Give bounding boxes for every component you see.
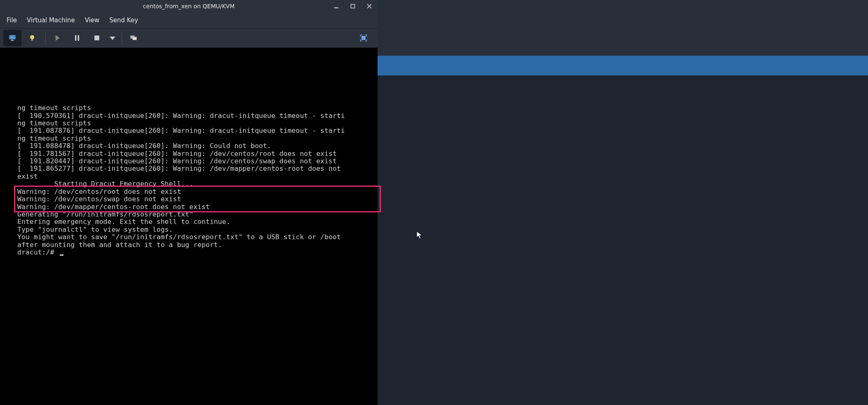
run-button[interactable]	[48, 30, 66, 46]
close-icon	[367, 4, 372, 9]
console-view-button[interactable]	[3, 30, 21, 46]
console-line: [ 191.820447] dracut-initqueue[260]: War…	[17, 158, 378, 165]
svg-rect-16	[361, 36, 366, 40]
console-line: [ 191.865277] dracut-initqueue[260]: War…	[17, 165, 378, 172]
console-line: Warning: /dev/mapper/centos-root does no…	[17, 203, 378, 211]
close-button[interactable]	[361, 0, 378, 12]
svg-rect-11	[78, 35, 79, 40]
shutdown-button[interactable]	[88, 30, 106, 46]
play-icon	[53, 34, 61, 42]
minimize-button[interactable]	[328, 0, 345, 12]
svg-rect-4	[9, 35, 16, 39]
svg-rect-1	[351, 5, 355, 8]
window-controls	[328, 0, 378, 12]
console-line: Warning: /dev/centos/swap does not exist	[17, 195, 378, 203]
console-line: Starting Dracut Emergency Shell...	[17, 180, 378, 188]
svg-rect-10	[75, 35, 76, 40]
pause-button[interactable]	[68, 30, 86, 46]
console-line: Generating "/run/initramfs/rdsosreport.t…	[17, 211, 378, 218]
maximize-icon	[350, 4, 355, 9]
mouse-pointer-icon	[416, 231, 423, 240]
toolbar-separator	[45, 31, 46, 45]
pause-icon	[73, 34, 81, 42]
toolbar-separator	[122, 31, 122, 45]
menu-view[interactable]: View	[81, 14, 104, 26]
console-line: exist	[17, 173, 378, 180]
svg-rect-12	[94, 35, 99, 40]
console-prompt[interactable]: dracut:/#	[17, 249, 378, 256]
menu-file[interactable]: File	[2, 14, 21, 26]
svg-rect-0	[334, 7, 338, 8]
console-line: [ 191.088478] dracut-initqueue[260]: War…	[17, 142, 378, 150]
svg-marker-13	[110, 37, 115, 40]
console-line: [ 191.087876] dracut-initqueue[260]: War…	[17, 127, 378, 134]
svg-rect-15	[133, 37, 137, 40]
console-line: ng timeout scripts	[17, 135, 378, 142]
minimize-icon	[334, 4, 339, 9]
details-view-button[interactable]	[23, 30, 41, 46]
toolbar	[0, 28, 378, 48]
console-line: You might want to save "/run/initramfs/r…	[17, 233, 378, 241]
stop-icon	[93, 34, 101, 42]
console-line: ng timeout scripts	[17, 104, 378, 112]
menu-send-key[interactable]: Send Key	[105, 14, 142, 26]
screens-icon	[129, 34, 138, 42]
window-title: centos_from_xen on QEMU/KVM	[143, 3, 235, 9]
text-cursor	[60, 254, 63, 256]
console-line: Warning: /dev/centos/root does not exist	[17, 188, 378, 195]
shutdown-menu-button[interactable]	[108, 30, 117, 46]
console-line: ng timeout scripts	[17, 120, 378, 127]
background-selection-bar	[377, 56, 868, 75]
svg-marker-9	[56, 35, 60, 40]
vm-window: centos_from_xen on QEMU/KVM File Virtual…	[0, 0, 378, 405]
chevron-down-icon	[108, 34, 117, 42]
monitor-icon	[8, 34, 16, 42]
fullscreen-button[interactable]	[354, 30, 373, 46]
maximize-button[interactable]	[345, 0, 361, 12]
svg-rect-5	[12, 40, 14, 40]
menubar: File Virtual Machine View Send Key	[0, 12, 378, 28]
svg-point-7	[30, 35, 34, 39]
console-line: Entering emergency mode. Exit the shell …	[17, 218, 378, 226]
console-line: [ 191.781567] dracut-initqueue[260]: War…	[17, 150, 378, 158]
console-line: [ 190.570361] dracut-initqueue[260]: War…	[17, 112, 378, 120]
vm-console[interactable]: ng timeout scripts[ 190.570361] dracut-i…	[0, 48, 378, 405]
titlebar: centos_from_xen on QEMU/KVM	[0, 0, 378, 12]
menu-virtual-machine[interactable]: Virtual Machine	[23, 14, 79, 26]
snapshots-button[interactable]	[124, 30, 143, 46]
console-line: after mounting them and attach it to a b…	[17, 241, 378, 249]
fullscreen-icon	[359, 34, 368, 42]
svg-rect-8	[31, 39, 33, 40]
background-panel-top	[377, 0, 868, 56]
console-line: Type "journalctl" to view system logs.	[17, 226, 378, 233]
svg-rect-6	[11, 40, 14, 41]
lightbulb-icon	[28, 34, 36, 42]
